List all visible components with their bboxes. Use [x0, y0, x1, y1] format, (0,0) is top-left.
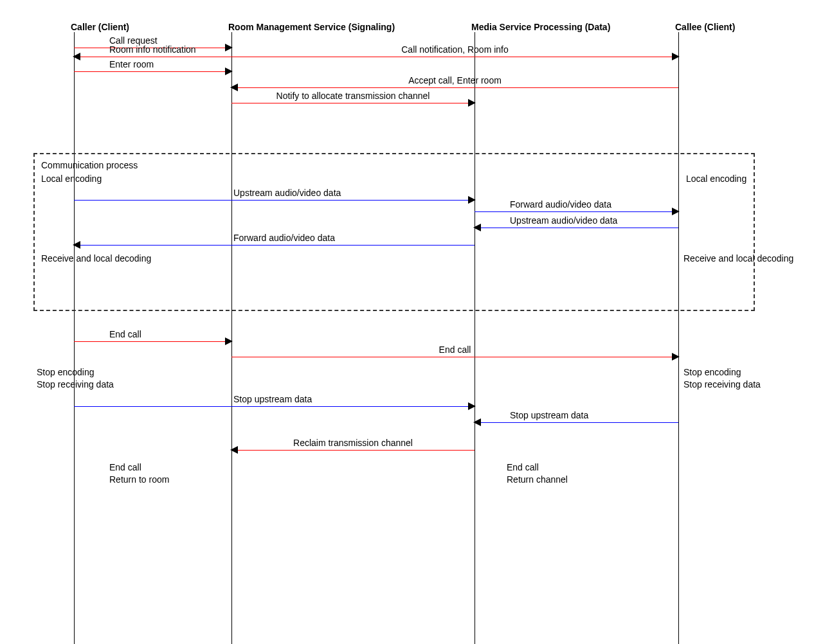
msg-call-notification-room-info-label: Call notification, Room info [401, 44, 509, 55]
note-end-call-caller: End callReturn to room [109, 461, 169, 486]
actor-caller-label: Caller (Client) [71, 22, 129, 32]
msg-forward-av-to-callee-label: Forward audio/video data [510, 199, 611, 210]
note-end-call-callee: End callReturn channel [507, 461, 568, 486]
lifeline-media [475, 32, 475, 644]
actor-callee-label: Callee (Client) [675, 22, 735, 32]
note-receive-decoding-callee: Receive and local decoding [683, 253, 793, 265]
note-stop-encoding-callee: Stop encodingStop receiving data [683, 366, 761, 391]
note-communication-process: Communication process [41, 159, 138, 172]
msg-enter-room-label: Enter room [109, 59, 154, 69]
msg-stop-upstream-caller-label: Stop upstream data [233, 394, 312, 404]
msg-stop-upstream-callee-label: Stop upstream data [510, 410, 588, 420]
msg-accept-call-enter-room-label: Accept call, Enter room [408, 75, 502, 85]
msg-notify-allocate-transmission-channel-label: Notify to allocate transmission channel [276, 91, 430, 101]
msg-end-call-to-callee-label: End call [439, 344, 471, 355]
communication-process-region [33, 153, 755, 311]
actor-rms-label: Room Management Service (Signaling) [228, 22, 395, 32]
note-local-encoding-caller: Local encoding [41, 173, 102, 185]
lifeline-caller [74, 32, 75, 644]
msg-upstream-av-callee-label: Upstream audio/video data [510, 215, 617, 226]
note-stop-encoding-caller: Stop encodingStop receiving data [37, 366, 114, 391]
note-receive-decoding-caller: Receive and local decoding [41, 253, 151, 265]
note-local-encoding-callee: Local encoding [686, 173, 746, 185]
msg-end-call-caller-label: End call [109, 329, 141, 339]
msg-reclaim-transmission-channel-label: Reclaim transmission channel [293, 438, 413, 448]
sequence-diagram: { "actors": { "caller": "Caller (Client)… [0, 0, 823, 644]
msg-room-info-notification-label: Room info notification [109, 44, 196, 55]
actor-media-label: Media Service Processing (Data) [471, 22, 610, 32]
lifeline-callee [678, 32, 679, 644]
msg-upstream-av-caller-label: Upstream audio/video data [233, 188, 341, 198]
msg-forward-av-to-caller-label: Forward audio/video data [233, 233, 335, 243]
